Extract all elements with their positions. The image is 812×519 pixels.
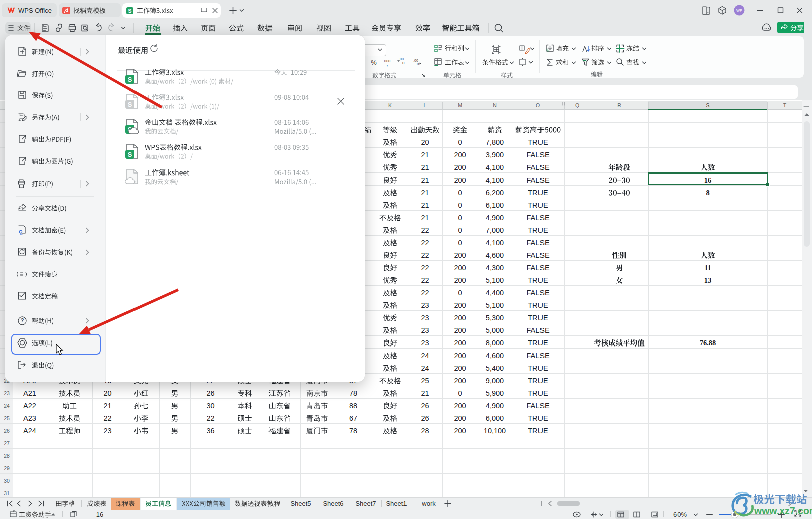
svg-text:?: ? — [21, 317, 24, 323]
svg-text:S: S — [128, 76, 132, 83]
svg-text:S: S — [128, 151, 132, 158]
svg-text:www.xz7.com: www.xz7.com — [754, 505, 812, 516]
svg-text:S: S — [128, 101, 132, 108]
